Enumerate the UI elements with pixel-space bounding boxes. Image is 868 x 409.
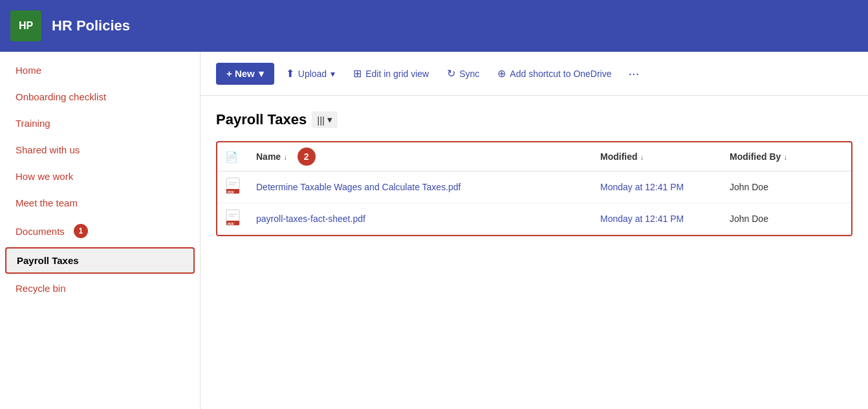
file-count-badge: 2	[298, 148, 316, 166]
edit-grid-label: Edit in grid view	[365, 69, 429, 79]
sync-icon: ↻	[447, 67, 455, 80]
file-modified-by-cell: John Doe	[722, 171, 851, 203]
main-layout: Home Onboarding checklist Training Share…	[0, 52, 868, 409]
header: HP HR Policies	[0, 0, 868, 52]
name-sort-icon: ↓	[283, 153, 287, 162]
sidebar-item-home[interactable]: Home	[0, 57, 200, 83]
col-header-modified[interactable]: Modified ↓	[592, 142, 722, 171]
file-name-link[interactable]: Determine Taxable Wages and Calculate Ta…	[256, 182, 461, 192]
sidebar-item-documents[interactable]: Documents 1	[0, 216, 200, 246]
sidebar: Home Onboarding checklist Training Share…	[0, 52, 201, 409]
shortcut-icon: ⊕	[497, 67, 506, 80]
col-header-name[interactable]: Name ↓ 2	[248, 142, 592, 171]
svg-text:PDF: PDF	[228, 190, 234, 194]
folder-title-row: Payroll Taxes ||| ▾	[216, 111, 852, 128]
add-shortcut-label: Add shortcut to OneDrive	[510, 69, 611, 79]
sidebar-item-shared-with-us[interactable]: Shared with us	[0, 137, 200, 163]
file-modified-by-text: John Doe	[730, 214, 768, 224]
sync-label: Sync	[459, 69, 479, 79]
site-title: HR Policies	[52, 17, 130, 34]
sync-button[interactable]: ↻ Sync	[440, 62, 486, 85]
page-content: Payroll Taxes ||| ▾ 📄 Name	[201, 96, 868, 409]
upload-label: Upload	[298, 69, 327, 79]
modified-sort-icon: ↓	[640, 153, 644, 162]
table-row[interactable]: PDF Determine Taxable Wages and Calculat…	[217, 171, 851, 203]
toolbar: + New ▾ ⬆ Upload ▾ ⊞ Edit in grid view ↻…	[201, 52, 868, 96]
upload-button[interactable]: ⬆ Upload ▾	[279, 62, 342, 85]
file-modified-by-text: John Doe	[730, 182, 768, 192]
pdf-icon: PDF	[225, 178, 241, 193]
sidebar-item-meet-the-team[interactable]: Meet the team	[0, 190, 200, 216]
modified-by-sort-icon: ↓	[783, 153, 787, 162]
file-modified-text: Monday at 12:41 PM	[600, 214, 684, 224]
site-logo: HP	[10, 10, 41, 41]
upload-chevron-icon: ▾	[331, 69, 335, 79]
sidebar-item-onboarding-checklist[interactable]: Onboarding checklist	[0, 83, 200, 110]
content-area: + New ▾ ⬆ Upload ▾ ⊞ Edit in grid view ↻…	[201, 52, 868, 409]
folder-view-button[interactable]: ||| ▾	[312, 111, 338, 128]
pdf-icon: PDF	[225, 210, 241, 225]
new-button[interactable]: + New ▾	[216, 63, 274, 85]
upload-icon: ⬆	[286, 67, 294, 80]
view-icon: |||	[317, 115, 325, 126]
view-chevron-icon: ▾	[327, 114, 332, 126]
new-chevron-icon: ▾	[259, 68, 264, 80]
folder-title: Payroll Taxes	[216, 111, 307, 128]
documents-badge: 1	[74, 224, 88, 238]
file-modified-by-cell: John Doe	[722, 203, 851, 235]
more-button[interactable]: ···	[624, 63, 645, 83]
file-modified-cell: Monday at 12:41 PM	[592, 203, 722, 235]
sidebar-item-payroll-taxes[interactable]: Payroll Taxes	[5, 247, 195, 274]
table-row[interactable]: PDF payroll-taxes-fact-sheet.pdf Monday …	[217, 203, 851, 235]
sidebar-item-recycle-bin[interactable]: Recycle bin	[0, 275, 200, 302]
sidebar-item-how-we-work[interactable]: How we work	[0, 163, 200, 190]
file-icon-cell: PDF	[217, 171, 248, 203]
col-header-modified-by[interactable]: Modified By ↓	[722, 142, 851, 171]
file-modified-cell: Monday at 12:41 PM	[592, 171, 722, 203]
edit-grid-button[interactable]: ⊞ Edit in grid view	[347, 62, 435, 85]
file-table-wrapper: 📄 Name ↓ 2 Modified ↓	[216, 141, 852, 236]
file-type-icon: 📄	[225, 151, 238, 162]
svg-text:PDF: PDF	[228, 222, 234, 226]
file-icon-cell: PDF	[217, 203, 248, 235]
new-button-label: + New	[226, 68, 255, 79]
file-table: 📄 Name ↓ 2 Modified ↓	[217, 142, 851, 235]
col-header-icon: 📄	[217, 142, 248, 171]
file-name-cell[interactable]: Determine Taxable Wages and Calculate Ta…	[248, 171, 592, 203]
grid-icon: ⊞	[353, 67, 362, 80]
file-name-cell[interactable]: payroll-taxes-fact-sheet.pdf	[248, 203, 592, 235]
sidebar-item-training[interactable]: Training	[0, 110, 200, 137]
file-modified-text: Monday at 12:41 PM	[600, 182, 684, 192]
file-name-link[interactable]: payroll-taxes-fact-sheet.pdf	[256, 214, 365, 224]
add-shortcut-button[interactable]: ⊕ Add shortcut to OneDrive	[491, 62, 618, 85]
